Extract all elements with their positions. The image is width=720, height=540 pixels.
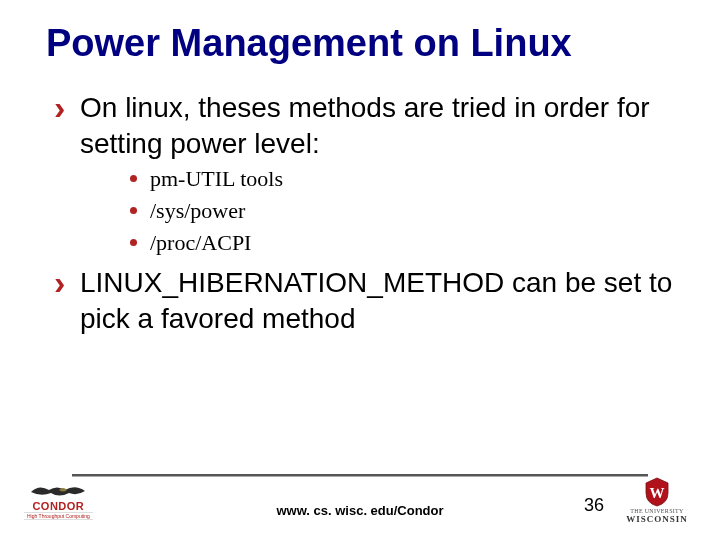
sub-item: pm-UTIL tools xyxy=(130,163,674,195)
sub-list: pm-UTIL tools /sys/power /proc/ACPI xyxy=(80,163,674,259)
sub-item: /sys/power xyxy=(130,195,674,227)
eagle-icon xyxy=(29,482,87,502)
footer: CONDOR High Throughput Computing www. cs… xyxy=(0,474,720,530)
crest-icon: W xyxy=(644,477,670,507)
wisconsin-logo: W THE UNIVERSITY WISCONSIN xyxy=(612,477,702,524)
bullet-text: On linux, theses methods are tried in or… xyxy=(80,92,650,159)
wisc-line2: WISCONSIN xyxy=(612,514,702,524)
bullet-item: On linux, theses methods are tried in or… xyxy=(50,90,674,259)
page-number: 36 xyxy=(584,495,604,516)
sub-item: /proc/ACPI xyxy=(130,227,674,259)
bullet-text: LINUX_HIBERNATION_METHOD can be set to p… xyxy=(80,267,672,334)
slide-title: Power Management on Linux xyxy=(46,22,674,66)
bullet-item: LINUX_HIBERNATION_METHOD can be set to p… xyxy=(50,265,674,337)
footer-rule xyxy=(72,474,648,477)
slide: Power Management on Linux On linux, thes… xyxy=(0,0,720,337)
bullet-list: On linux, theses methods are tried in or… xyxy=(46,90,674,337)
svg-text:W: W xyxy=(650,485,665,501)
